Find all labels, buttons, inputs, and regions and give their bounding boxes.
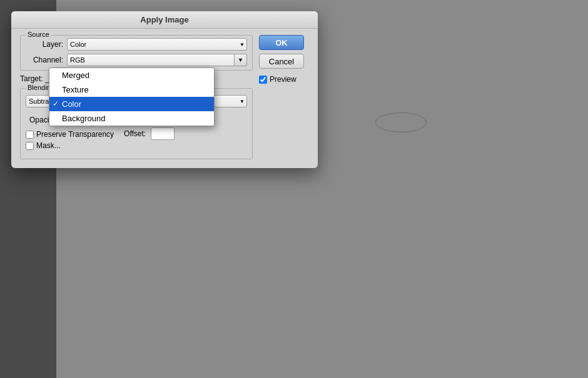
dialog-body: Source Layer: Color ▼ Channel: bbox=[11, 29, 318, 168]
preserve-transparency-label: Preserve Transparency bbox=[36, 130, 114, 139]
dropdown-item-background[interactable]: Background bbox=[49, 111, 214, 126]
layer-label: Layer: bbox=[26, 40, 63, 49]
merged-label: Merged bbox=[62, 71, 89, 80]
dropdown-item-color[interactable]: ✓ Color bbox=[49, 97, 214, 111]
cancel-button[interactable]: Cancel bbox=[259, 54, 304, 69]
background-label: Background bbox=[62, 114, 105, 123]
source-group: Source Layer: Color ▼ Channel: bbox=[20, 35, 253, 71]
apply-image-dialog: Apply Image Source Layer: Color ▼ bbox=[11, 11, 318, 168]
preserve-transparency-row: Preserve Transparency bbox=[26, 130, 114, 139]
layer-select[interactable]: Color bbox=[67, 38, 247, 51]
offset-input[interactable]: 128 bbox=[151, 127, 175, 140]
mask-row: Mask... bbox=[26, 141, 114, 150]
color-label: Color bbox=[62, 99, 81, 109]
layer-dropdown: Merged Texture ✓ Color Background bbox=[49, 67, 215, 126]
preview-row: Preview bbox=[259, 75, 297, 84]
channel-btn[interactable]: ▼ bbox=[235, 54, 247, 66]
mask-label: Mask... bbox=[36, 141, 61, 150]
preserve-transparency-checkbox[interactable] bbox=[26, 131, 34, 139]
channel-input[interactable] bbox=[67, 54, 235, 66]
texture-label: Texture bbox=[62, 85, 89, 94]
dropdown-item-merged[interactable]: Merged bbox=[49, 68, 214, 82]
layer-select-wrapper: Color ▼ bbox=[67, 38, 247, 51]
dialog-titlebar: Apply Image bbox=[11, 11, 318, 29]
source-group-label: Source bbox=[26, 31, 51, 38]
channel-select-wrapper: ▼ bbox=[67, 54, 247, 66]
offset-label: Offset: bbox=[124, 129, 146, 138]
channel-row: Channel: ▼ bbox=[26, 54, 247, 66]
ok-button[interactable]: OK bbox=[259, 35, 304, 50]
channel-label: Channel: bbox=[26, 56, 63, 64]
preview-checkbox[interactable] bbox=[259, 76, 267, 84]
mask-checkbox[interactable] bbox=[26, 142, 34, 150]
dialog-title: Apply Image bbox=[140, 15, 188, 24]
right-buttons-col: OK Cancel Preview bbox=[259, 35, 309, 159]
preview-label: Preview bbox=[270, 75, 297, 84]
offset-row: Offset: 128 bbox=[124, 127, 175, 140]
color-checkmark: ✓ bbox=[53, 99, 59, 108]
target-label: Target: bbox=[20, 74, 43, 83]
layer-row: Layer: Color ▼ bbox=[26, 38, 247, 51]
dropdown-item-texture[interactable]: Texture bbox=[49, 82, 214, 97]
